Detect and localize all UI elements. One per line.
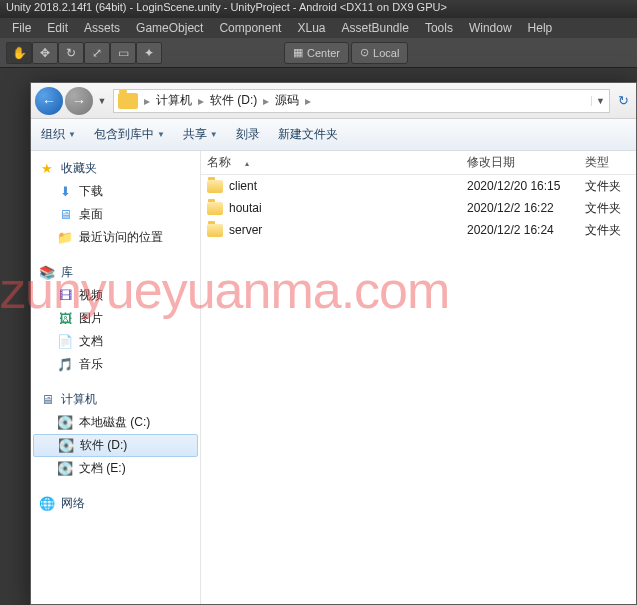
rotate-icon: ↻ [66,46,76,60]
sidebar-computer[interactable]: 🖥计算机 [31,388,200,411]
file-list-header: 名称▴ 修改日期 类型 [201,151,636,175]
document-icon: 📄 [57,334,73,350]
local-icon: ⊙ [360,46,369,59]
refresh-button[interactable]: ↻ [614,89,632,113]
explorer-window: ← → ▼ ▸ 计算机 ▸ 软件 (D:) ▸ 源码 ▸ ▼ ↻ 组织▼ 包含到… [30,82,637,605]
column-header-name[interactable]: 名称▴ [207,154,467,171]
transform-icon: ✦ [144,46,154,60]
sidebar-item-pictures[interactable]: 🖼图片 [31,307,200,330]
folder-icon [207,180,223,193]
file-type: 文件夹 [585,222,636,239]
table-row[interactable]: server 2020/12/2 16:24 文件夹 [201,219,636,241]
unity-menubar: File Edit Assets GameObject Component XL… [0,18,637,38]
move-tool-button[interactable]: ✥ [32,42,58,64]
sort-asc-icon: ▴ [245,159,249,168]
desktop-icon: 🖥 [57,207,73,223]
breadcrumb[interactable]: ▸ 计算机 ▸ 软件 (D:) ▸ 源码 ▸ ▼ [113,89,610,113]
menu-assets[interactable]: Assets [76,19,128,37]
download-icon: ⬇ [57,184,73,200]
scale-tool-button[interactable]: ⤢ [84,42,110,64]
explorer-sidebar: ★收藏夹 ⬇下载 🖥桌面 📁最近访问的位置 📚库 🎞视频 🖼图片 📄文档 🎵音乐… [31,151,201,604]
hdd-icon: 💽 [58,438,74,454]
chevron-right-icon: ▸ [142,94,152,108]
file-type: 文件夹 [585,200,636,217]
new-folder-button[interactable]: 新建文件夹 [278,126,338,143]
file-type: 文件夹 [585,178,636,195]
sidebar-item-ddrive[interactable]: 💽软件 (D:) [33,434,198,457]
breadcrumb-dropdown[interactable]: ▼ [591,96,609,106]
breadcrumb-segment[interactable]: 源码 [271,92,303,109]
folder-icon [207,224,223,237]
folder-icon [118,93,138,109]
star-icon: ★ [39,161,55,177]
breadcrumb-segment[interactable]: 软件 (D:) [206,92,261,109]
share-menu[interactable]: 共享▼ [183,126,218,143]
computer-icon: 🖥 [39,392,55,408]
hand-tool-button[interactable]: ✋ [6,42,32,64]
chevron-down-icon: ▼ [157,130,165,139]
nav-back-button[interactable]: ← [35,87,63,115]
menu-gameobject[interactable]: GameObject [128,19,211,37]
sidebar-item-videos[interactable]: 🎞视频 [31,284,200,307]
nav-history-dropdown[interactable]: ▼ [95,96,109,106]
menu-tools[interactable]: Tools [417,19,461,37]
explorer-navbar: ← → ▼ ▸ 计算机 ▸ 软件 (D:) ▸ 源码 ▸ ▼ ↻ [31,83,636,119]
column-header-date[interactable]: 修改日期 [467,154,585,171]
table-row[interactable]: client 2020/12/20 16:15 文件夹 [201,175,636,197]
chevron-right-icon: ▸ [261,94,271,108]
sidebar-item-edrive[interactable]: 💽文档 (E:) [31,457,200,480]
picture-icon: 🖼 [57,311,73,327]
hdd-icon: 💽 [57,461,73,477]
hdd-icon: 💽 [57,415,73,431]
explorer-toolbar: 组织▼ 包含到库中▼ 共享▼ 刻录 新建文件夹 [31,119,636,151]
sidebar-item-downloads[interactable]: ⬇下载 [31,180,200,203]
menu-assetbundle[interactable]: AssetBundle [333,19,416,37]
chevron-down-icon: ▼ [98,96,107,106]
file-name: client [229,179,257,193]
unity-toolbar: ✋ ✥ ↻ ⤢ ▭ ✦ ▦Center ⊙Local [0,38,637,68]
sidebar-item-documents[interactable]: 📄文档 [31,330,200,353]
menu-xlua[interactable]: XLua [289,19,333,37]
file-name: server [229,223,262,237]
music-icon: 🎵 [57,357,73,373]
breadcrumb-segment[interactable]: 计算机 [152,92,196,109]
rotate-tool-button[interactable]: ↻ [58,42,84,64]
library-icon: 📚 [39,265,55,281]
sidebar-libraries[interactable]: 📚库 [31,261,200,284]
transform-tool-button[interactable]: ✦ [136,42,162,64]
column-header-type[interactable]: 类型 [585,154,636,171]
chevron-down-icon: ▼ [68,130,76,139]
chevron-down-icon: ▼ [210,130,218,139]
refresh-icon: ↻ [618,93,629,108]
sidebar-item-desktop[interactable]: 🖥桌面 [31,203,200,226]
rect-tool-button[interactable]: ▭ [110,42,136,64]
network-icon: 🌐 [39,496,55,512]
file-list: 名称▴ 修改日期 类型 client 2020/12/20 16:15 文件夹 … [201,151,636,604]
menu-edit[interactable]: Edit [39,19,76,37]
pivot-local-toggle[interactable]: ⊙Local [351,42,408,64]
pivot-center-toggle[interactable]: ▦Center [284,42,349,64]
arrow-left-icon: ← [42,93,56,109]
chevron-right-icon: ▸ [196,94,206,108]
organize-menu[interactable]: 组织▼ [41,126,76,143]
table-row[interactable]: houtai 2020/12/2 16:22 文件夹 [201,197,636,219]
sidebar-network[interactable]: 🌐网络 [31,492,200,515]
burn-button[interactable]: 刻录 [236,126,260,143]
video-icon: 🎞 [57,288,73,304]
include-library-menu[interactable]: 包含到库中▼ [94,126,165,143]
chevron-right-icon: ▸ [303,94,313,108]
file-date: 2020/12/20 16:15 [467,179,585,193]
sidebar-item-music[interactable]: 🎵音乐 [31,353,200,376]
menu-help[interactable]: Help [520,19,561,37]
sidebar-item-recent[interactable]: 📁最近访问的位置 [31,226,200,249]
nav-forward-button[interactable]: → [65,87,93,115]
hand-icon: ✋ [12,46,27,60]
menu-window[interactable]: Window [461,19,520,37]
menu-file[interactable]: File [4,19,39,37]
unity-titlebar: Unity 2018.2.14f1 (64bit) - LoginScene.u… [0,0,637,18]
sidebar-favorites[interactable]: ★收藏夹 [31,157,200,180]
file-date: 2020/12/2 16:24 [467,223,585,237]
sidebar-item-cdrive[interactable]: 💽本地磁盘 (C:) [31,411,200,434]
file-date: 2020/12/2 16:22 [467,201,585,215]
menu-component[interactable]: Component [211,19,289,37]
